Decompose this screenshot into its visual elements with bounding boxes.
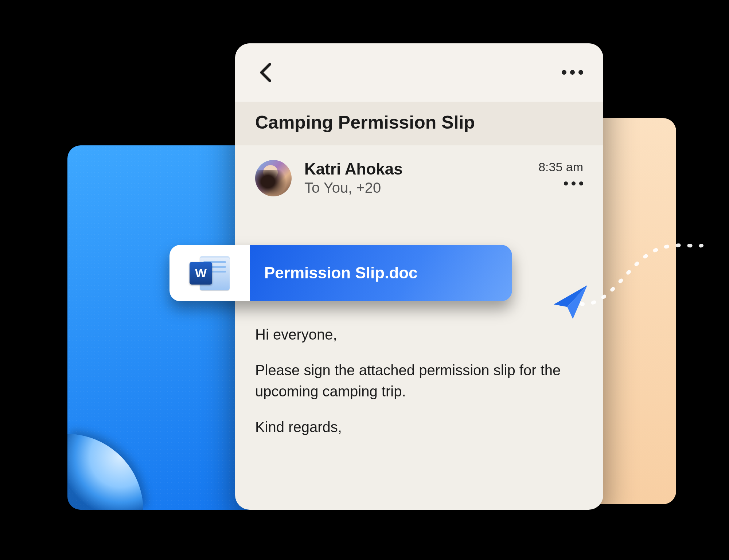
background-note-blue (67, 145, 264, 510)
message-more-options-button[interactable] (564, 181, 583, 185)
email-meta-right: 8:35 am (538, 160, 583, 185)
blue-note-texture (67, 145, 264, 510)
sender-avatar[interactable] (255, 160, 292, 196)
email-body: Hi everyone, Please sign the attached pe… (235, 196, 603, 438)
word-badge-letter: W (190, 262, 212, 285)
attachment-filename: Permission Slip.doc (250, 245, 512, 301)
email-meta-row: Katri Ahokas To You, +20 8:35 am (235, 145, 603, 196)
email-body-signoff: Kind regards, (255, 416, 583, 438)
email-body-paragraph: Please sign the attached permission slip… (255, 360, 583, 402)
email-subject: Camping Permission Slip (235, 102, 603, 145)
attachment-chip[interactable]: W Permission Slip.doc (169, 245, 512, 301)
email-timestamp: 8:35 am (538, 160, 583, 174)
email-body-greeting: Hi everyone, (255, 324, 583, 345)
sender-name: Katri Ahokas (304, 160, 526, 178)
attachment-icon-box: W (169, 245, 250, 301)
back-button[interactable] (255, 62, 277, 83)
more-options-button[interactable] (562, 70, 583, 75)
word-document-icon: W (190, 254, 230, 292)
chevron-left-icon (255, 62, 277, 83)
recipients-line: To You, +20 (304, 180, 526, 196)
email-titlebar (235, 43, 603, 102)
sender-info: Katri Ahokas To You, +20 (304, 160, 526, 196)
